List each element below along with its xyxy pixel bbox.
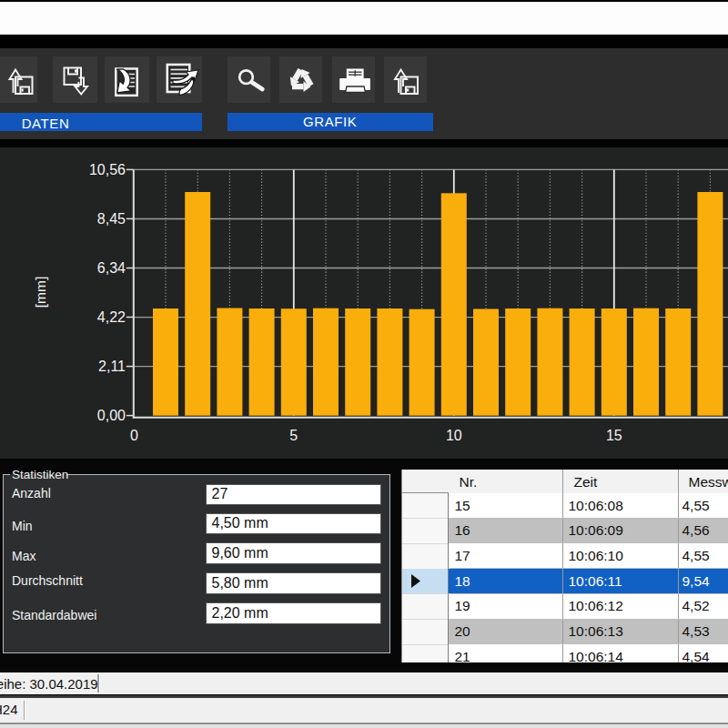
svg-text:4,22: 4,22 [97,309,126,325]
svg-text:15: 15 [606,428,622,443]
svg-text:8,45: 8,45 [97,211,126,227]
svg-text:5: 5 [289,428,298,443]
svg-text:10: 10 [446,428,462,443]
svg-text:0,00: 0,00 [97,408,126,423]
svg-text:10,56: 10,56 [89,162,126,177]
svg-text:[mm]: [mm] [33,277,48,308]
svg-text:6,34: 6,34 [97,260,126,276]
svg-text:0: 0 [130,428,138,443]
svg-text:2,11: 2,11 [98,359,126,374]
